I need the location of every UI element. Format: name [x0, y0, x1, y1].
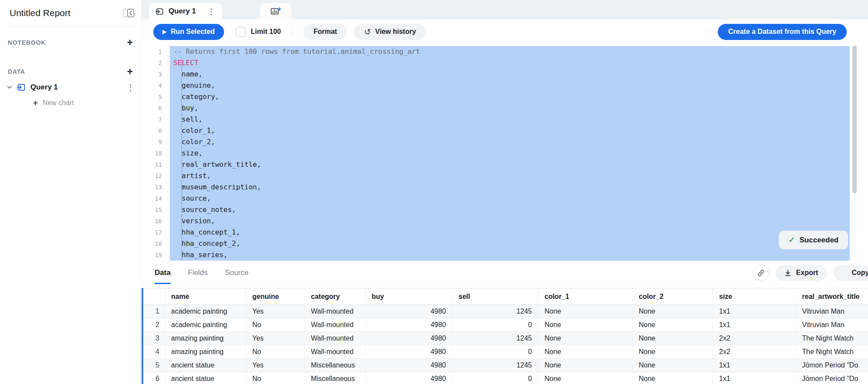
- table-cell[interactable]: None: [538, 305, 633, 318]
- table-cell[interactable]: None: [633, 359, 713, 372]
- table-cell[interactable]: None: [633, 305, 713, 318]
- table-cell[interactable]: Vitruvian Man: [796, 305, 868, 318]
- results-tab-source[interactable]: Source: [225, 262, 248, 284]
- table-row[interactable]: 4amazing paintingNoWall-mounted49800None…: [143, 345, 868, 359]
- table-cell[interactable]: None: [633, 332, 713, 345]
- table-cell[interactable]: No: [246, 345, 305, 358]
- tab-query-1[interactable]: Query 1 ⋮: [149, 3, 222, 20]
- table-cell[interactable]: amazing painting: [165, 345, 246, 358]
- table-row[interactable]: 5ancient statueYesMiscellaneous49801245N…: [143, 359, 868, 372]
- table-cell[interactable]: None: [538, 318, 633, 331]
- table-cell[interactable]: None: [538, 332, 633, 345]
- run-selected-button[interactable]: ▶ Run Selected: [153, 24, 224, 40]
- table-row[interactable]: 6ancient statueNoMiscellaneous49800NoneN…: [143, 372, 868, 384]
- table-cell[interactable]: Wall-mounted: [305, 305, 366, 318]
- table-cell[interactable]: 1x1: [713, 305, 796, 318]
- code-line[interactable]: real_artwork_title,: [170, 159, 850, 170]
- sidebar-item-query-1[interactable]: Query 1 ⋮: [0, 80, 141, 94]
- column-header-sell[interactable]: sell: [452, 288, 538, 305]
- table-cell[interactable]: The Night Watch: [796, 345, 868, 358]
- row-number-cell[interactable]: 2: [143, 318, 165, 331]
- view-history-button[interactable]: ↺ View history: [354, 24, 426, 40]
- code-line[interactable]: artist,: [170, 170, 850, 182]
- code-line[interactable]: name,: [170, 69, 850, 80]
- table-cell[interactable]: None: [633, 345, 713, 358]
- row-number-cell[interactable]: 4: [143, 345, 165, 358]
- table-cell[interactable]: 4980: [366, 345, 452, 358]
- table-cell[interactable]: 4980: [366, 305, 452, 318]
- column-header-category[interactable]: category: [305, 288, 366, 305]
- table-cell[interactable]: None: [538, 372, 633, 384]
- code-line[interactable]: hha_concept_1,: [170, 227, 850, 238]
- column-header-buy[interactable]: buy: [366, 288, 452, 305]
- code-line[interactable]: genuine,: [170, 80, 850, 91]
- column-header-color_2[interactable]: color_2: [633, 288, 713, 305]
- table-row[interactable]: 1academic paintingYesWall-mounted4980124…: [143, 305, 868, 318]
- table-cell[interactable]: No: [246, 318, 305, 331]
- sidebar-item-new-chart[interactable]: + New chart: [0, 97, 141, 109]
- code-line[interactable]: museum_description,: [170, 182, 850, 193]
- table-cell[interactable]: Wall-mounted: [305, 345, 366, 358]
- export-button[interactable]: Export: [776, 265, 827, 281]
- results-tab-fields[interactable]: Fields: [188, 262, 208, 284]
- table-cell[interactable]: The Night Watch: [796, 332, 868, 345]
- code-line[interactable]: buy,: [170, 103, 850, 114]
- table-cell[interactable]: academic painting: [165, 305, 246, 318]
- table-cell[interactable]: None: [538, 359, 633, 372]
- table-cell[interactable]: Yes: [246, 332, 305, 345]
- code-line[interactable]: source,: [170, 193, 850, 204]
- code-line[interactable]: version,: [170, 215, 850, 227]
- table-cell[interactable]: Miscellaneous: [305, 372, 366, 384]
- row-number-cell[interactable]: 6: [143, 372, 165, 384]
- table-cell[interactable]: 1245: [452, 305, 538, 318]
- query-item-menu-button[interactable]: ⋮: [126, 83, 135, 92]
- row-number-cell[interactable]: 1: [143, 305, 165, 318]
- table-cell[interactable]: 0: [452, 372, 538, 384]
- code-line[interactable]: color_2,: [170, 136, 850, 148]
- table-cell[interactable]: None: [633, 318, 713, 331]
- editor-scrollbar[interactable]: [852, 46, 857, 193]
- table-cell[interactable]: Miscellaneous: [305, 359, 366, 372]
- table-cell[interactable]: 1245: [452, 332, 538, 345]
- collapse-sidebar-button[interactable]: [122, 7, 135, 19]
- table-cell[interactable]: ancient statue: [165, 359, 246, 372]
- table-cell[interactable]: ancient statue: [165, 372, 246, 384]
- code-line[interactable]: color_1,: [170, 125, 850, 136]
- add-data-button[interactable]: +: [126, 66, 134, 78]
- table-cell[interactable]: 0: [452, 345, 538, 358]
- table-cell[interactable]: 1x1: [713, 359, 796, 372]
- code-line[interactable]: category,: [170, 91, 850, 103]
- report-title[interactable]: Untitled Report: [10, 8, 70, 18]
- column-header-size[interactable]: size: [713, 288, 796, 305]
- table-cell[interactable]: 4980: [366, 372, 452, 384]
- code-line[interactable]: source_notes,: [170, 204, 850, 215]
- table-cell[interactable]: Vitruvian Man: [796, 318, 868, 331]
- table-cell[interactable]: None: [633, 372, 713, 384]
- code-line[interactable]: hha_concept_2,: [170, 238, 850, 249]
- column-header-color_1[interactable]: color_1: [538, 288, 633, 305]
- limit-100-checkbox[interactable]: [236, 27, 246, 37]
- table-cell[interactable]: Yes: [246, 359, 305, 372]
- table-cell[interactable]: 1245: [452, 359, 538, 372]
- table-cell[interactable]: Wall-mounted: [305, 332, 366, 345]
- table-cell[interactable]: Wall-mounted: [305, 318, 366, 331]
- create-dataset-button[interactable]: Create a Dataset from this Query: [718, 24, 847, 40]
- query-tab-menu-button[interactable]: ⋮: [207, 7, 215, 16]
- code-line[interactable]: -- Returns first 100 rows from tutorial.…: [170, 46, 850, 57]
- table-cell[interactable]: academic painting: [165, 318, 246, 331]
- editor-code[interactable]: -- Returns first 100 rows from tutorial.…: [170, 46, 850, 262]
- table-cell[interactable]: Jōmon Period "Do: [796, 359, 868, 372]
- copy-button[interactable]: Copy: [833, 265, 868, 281]
- add-notebook-cell-button[interactable]: +: [126, 37, 134, 49]
- row-number-cell[interactable]: 5: [143, 359, 165, 372]
- table-cell[interactable]: No: [246, 372, 305, 384]
- table-cell[interactable]: 1x1: [713, 372, 796, 384]
- sql-editor[interactable]: 12345678910111213141516171819 -- Returns…: [142, 44, 868, 262]
- table-row[interactable]: 2academic paintingNoWall-mounted49800Non…: [143, 318, 868, 332]
- table-row[interactable]: 3amazing paintingYesWall-mounted49801245…: [143, 332, 868, 345]
- format-button[interactable]: Format: [304, 24, 347, 40]
- table-cell[interactable]: 4980: [366, 359, 452, 372]
- chevron-down-icon[interactable]: [7, 86, 12, 89]
- table-cell[interactable]: Jōmon Period "Do: [796, 372, 868, 384]
- code-line[interactable]: hha_series,: [170, 249, 850, 261]
